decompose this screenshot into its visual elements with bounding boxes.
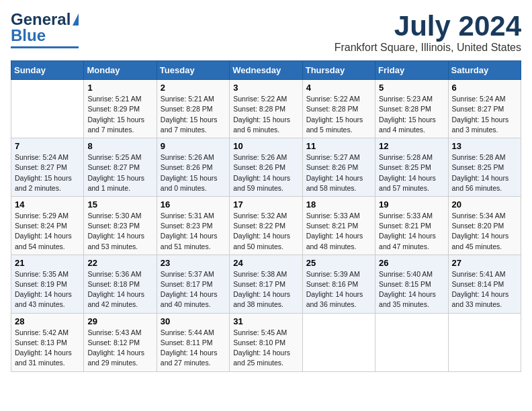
day-number: 29 [87, 316, 152, 326]
cell-info: Sunrise: 5:33 AMSunset: 8:21 PMDaylight:… [379, 211, 444, 252]
logo: General Blue [11, 11, 79, 48]
cell-info: Sunrise: 5:39 AMSunset: 8:16 PMDaylight:… [306, 269, 371, 310]
calendar-week-row: 21Sunrise: 5:35 AMSunset: 8:19 PMDayligh… [11, 255, 521, 313]
cell-info: Sunrise: 5:26 AMSunset: 8:26 PMDaylight:… [233, 152, 298, 193]
cell-info: Sunrise: 5:36 AMSunset: 8:18 PMDaylight:… [87, 269, 152, 310]
calendar-cell: 16Sunrise: 5:31 AMSunset: 8:23 PMDayligh… [157, 196, 229, 255]
header-cell-friday: Friday [375, 61, 448, 80]
day-number: 26 [379, 258, 444, 268]
calendar-cell: 4Sunrise: 5:22 AMSunset: 8:28 PMDaylight… [302, 80, 375, 138]
day-number: 11 [306, 141, 371, 151]
day-number: 10 [233, 141, 298, 151]
cell-info: Sunrise: 5:27 AMSunset: 8:26 PMDaylight:… [306, 152, 371, 193]
header-cell-wednesday: Wednesday [230, 61, 302, 80]
header-cell-tuesday: Tuesday [157, 61, 229, 80]
cell-info: Sunrise: 5:28 AMSunset: 8:25 PMDaylight:… [452, 152, 517, 193]
calendar-cell: 7Sunrise: 5:24 AMSunset: 8:27 PMDaylight… [11, 138, 84, 197]
calendar-cell: 27Sunrise: 5:41 AMSunset: 8:14 PMDayligh… [448, 255, 521, 313]
cell-info: Sunrise: 5:33 AMSunset: 8:21 PMDaylight:… [306, 211, 371, 252]
cell-info: Sunrise: 5:28 AMSunset: 8:25 PMDaylight:… [379, 152, 444, 193]
day-number: 25 [306, 258, 371, 268]
cell-info: Sunrise: 5:26 AMSunset: 8:26 PMDaylight:… [161, 152, 226, 193]
cell-info: Sunrise: 5:44 AMSunset: 8:11 PMDaylight:… [161, 328, 226, 369]
logo-underline [11, 46, 79, 48]
calendar-cell: 5Sunrise: 5:23 AMSunset: 8:28 PMDaylight… [375, 80, 448, 138]
calendar-body: 1Sunrise: 5:21 AMSunset: 8:29 PMDaylight… [11, 80, 521, 371]
calendar-cell: 14Sunrise: 5:29 AMSunset: 8:24 PMDayligh… [11, 196, 84, 255]
cell-info: Sunrise: 5:30 AMSunset: 8:23 PMDaylight:… [87, 211, 152, 252]
calendar-week-row: 1Sunrise: 5:21 AMSunset: 8:29 PMDaylight… [11, 80, 521, 138]
calendar-cell: 22Sunrise: 5:36 AMSunset: 8:18 PMDayligh… [84, 255, 157, 313]
header-cell-thursday: Thursday [302, 61, 375, 80]
cell-info: Sunrise: 5:43 AMSunset: 8:12 PMDaylight:… [87, 328, 152, 369]
cell-info: Sunrise: 5:24 AMSunset: 8:27 PMDaylight:… [15, 152, 80, 193]
cell-info: Sunrise: 5:37 AMSunset: 8:17 PMDaylight:… [161, 269, 226, 310]
calendar-cell: 6Sunrise: 5:24 AMSunset: 8:27 PMDaylight… [448, 80, 521, 138]
day-number: 14 [15, 199, 80, 210]
calendar-cell: 23Sunrise: 5:37 AMSunset: 8:17 PMDayligh… [157, 255, 229, 313]
cell-info: Sunrise: 5:35 AMSunset: 8:19 PMDaylight:… [15, 269, 80, 310]
day-number: 19 [379, 199, 444, 210]
calendar-table: SundayMondayTuesdayWednesdayThursdayFrid… [11, 60, 521, 371]
day-number: 24 [233, 258, 298, 268]
calendar-cell: 9Sunrise: 5:26 AMSunset: 8:26 PMDaylight… [157, 138, 229, 197]
calendar-week-row: 7Sunrise: 5:24 AMSunset: 8:27 PMDaylight… [11, 138, 521, 197]
day-number: 28 [15, 316, 80, 326]
calendar-cell: 25Sunrise: 5:39 AMSunset: 8:16 PMDayligh… [302, 255, 375, 313]
page-header: General Blue July 2024 Frankfort Square,… [11, 11, 521, 54]
cell-info: Sunrise: 5:38 AMSunset: 8:17 PMDaylight:… [233, 269, 298, 310]
calendar-cell: 18Sunrise: 5:33 AMSunset: 8:21 PMDayligh… [302, 196, 375, 255]
calendar-cell [302, 313, 375, 371]
calendar-cell: 11Sunrise: 5:27 AMSunset: 8:26 PMDayligh… [302, 138, 375, 197]
cell-info: Sunrise: 5:22 AMSunset: 8:28 PMDaylight:… [233, 94, 298, 135]
calendar-cell: 12Sunrise: 5:28 AMSunset: 8:25 PMDayligh… [375, 138, 448, 197]
header-cell-monday: Monday [84, 61, 157, 80]
cell-info: Sunrise: 5:42 AMSunset: 8:13 PMDaylight:… [15, 328, 80, 369]
header-cell-saturday: Saturday [448, 61, 521, 80]
cell-info: Sunrise: 5:22 AMSunset: 8:28 PMDaylight:… [306, 94, 371, 135]
day-number: 4 [306, 83, 371, 93]
day-number: 23 [161, 258, 226, 268]
calendar-cell: 10Sunrise: 5:26 AMSunset: 8:26 PMDayligh… [230, 138, 302, 197]
day-number: 16 [161, 199, 226, 210]
calendar-cell: 1Sunrise: 5:21 AMSunset: 8:29 PMDaylight… [84, 80, 157, 138]
day-number: 1 [87, 83, 152, 93]
cell-info: Sunrise: 5:24 AMSunset: 8:27 PMDaylight:… [452, 94, 517, 135]
day-number: 20 [452, 199, 517, 210]
calendar-cell [11, 80, 84, 138]
calendar-header-row: SundayMondayTuesdayWednesdayThursdayFrid… [11, 61, 521, 80]
calendar-week-row: 14Sunrise: 5:29 AMSunset: 8:24 PMDayligh… [11, 196, 521, 255]
calendar-week-row: 28Sunrise: 5:42 AMSunset: 8:13 PMDayligh… [11, 313, 521, 371]
cell-info: Sunrise: 5:21 AMSunset: 8:28 PMDaylight:… [161, 94, 226, 135]
cell-info: Sunrise: 5:32 AMSunset: 8:22 PMDaylight:… [233, 211, 298, 252]
day-number: 8 [87, 141, 152, 151]
calendar-cell: 2Sunrise: 5:21 AMSunset: 8:28 PMDaylight… [157, 80, 229, 138]
cell-info: Sunrise: 5:34 AMSunset: 8:20 PMDaylight:… [452, 211, 517, 252]
location-title: Frankfort Square, Illinois, United State… [335, 42, 521, 54]
calendar-cell: 30Sunrise: 5:44 AMSunset: 8:11 PMDayligh… [157, 313, 229, 371]
calendar-cell: 29Sunrise: 5:43 AMSunset: 8:12 PMDayligh… [84, 313, 157, 371]
day-number: 2 [161, 83, 226, 93]
calendar-cell: 8Sunrise: 5:25 AMSunset: 8:27 PMDaylight… [84, 138, 157, 197]
calendar-cell: 21Sunrise: 5:35 AMSunset: 8:19 PMDayligh… [11, 255, 84, 313]
day-number: 9 [161, 141, 226, 151]
day-number: 13 [452, 141, 517, 151]
cell-info: Sunrise: 5:21 AMSunset: 8:29 PMDaylight:… [87, 94, 152, 135]
title-area: July 2024 Frankfort Square, Illinois, Un… [335, 11, 521, 54]
calendar-cell: 31Sunrise: 5:45 AMSunset: 8:10 PMDayligh… [230, 313, 302, 371]
cell-info: Sunrise: 5:45 AMSunset: 8:10 PMDaylight:… [233, 328, 298, 369]
day-number: 21 [15, 258, 80, 268]
calendar-cell: 15Sunrise: 5:30 AMSunset: 8:23 PMDayligh… [84, 196, 157, 255]
calendar-cell: 19Sunrise: 5:33 AMSunset: 8:21 PMDayligh… [375, 196, 448, 255]
day-number: 6 [452, 83, 517, 93]
month-title: July 2024 [335, 11, 521, 42]
cell-info: Sunrise: 5:31 AMSunset: 8:23 PMDaylight:… [161, 211, 226, 252]
cell-info: Sunrise: 5:41 AMSunset: 8:14 PMDaylight:… [452, 269, 517, 310]
calendar-cell: 17Sunrise: 5:32 AMSunset: 8:22 PMDayligh… [230, 196, 302, 255]
day-number: 12 [379, 141, 444, 151]
calendar-cell: 20Sunrise: 5:34 AMSunset: 8:20 PMDayligh… [448, 196, 521, 255]
cell-info: Sunrise: 5:23 AMSunset: 8:28 PMDaylight:… [379, 94, 444, 135]
day-number: 27 [452, 258, 517, 268]
logo-text-blue: Blue [11, 27, 46, 44]
calendar-cell [448, 313, 521, 371]
